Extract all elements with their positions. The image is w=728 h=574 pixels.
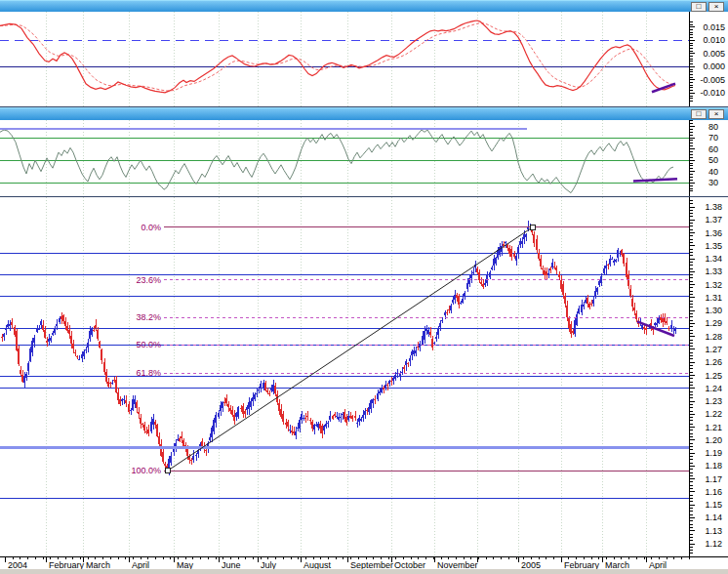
macd-trend-segment[interactable] [652, 84, 675, 93]
axis-label: 1.38 [705, 202, 722, 212]
axis-label: 1.27 [705, 345, 722, 354]
time-axis: 2004FebruaryMarchAprilMayJuneJulyAugustS… [0, 556, 728, 574]
axis-label: 1.36 [705, 228, 722, 238]
axis-label: 1.34 [705, 254, 722, 264]
axis-label: 1.33 [705, 266, 722, 276]
month-gridlines [46, 12, 646, 106]
axis-label: 1.30 [705, 306, 722, 315]
axis-label: 1.28 [705, 332, 722, 342]
axis-label: August [303, 560, 332, 570]
axis-label: 70 [708, 133, 718, 143]
axis-label: March [86, 560, 110, 570]
axis-label: 2004 [8, 560, 27, 570]
time-axis-labels: 2004FebruaryMarchAprilMayJuneJulyAugustS… [8, 560, 667, 570]
macd-value-axis: 0.0150.0100.0050.000-0.005-0.010 [690, 12, 726, 106]
axis-label: 1.13 [705, 526, 722, 536]
axis-label: -0.005 [700, 75, 725, 85]
axis-label: 1.19 [705, 448, 722, 458]
rsi-panel-titlebar[interactable]: □ × [0, 107, 728, 120]
axis-label: April [132, 560, 149, 570]
trendline-anchor[interactable] [531, 225, 536, 229]
axis-label: 1.32 [705, 280, 722, 290]
axis-label: 40 [708, 167, 718, 177]
close-icon[interactable]: × [708, 109, 724, 119]
axis-label: 2005 [521, 560, 541, 570]
axis-label: 0.000 [703, 62, 725, 71]
fib-label: 61.8% [136, 368, 161, 378]
axis-label: July [261, 560, 277, 570]
axis-label: April [649, 560, 667, 570]
rsi-value-axis: 807060504030 [690, 120, 719, 196]
trendline[interactable] [166, 225, 536, 472]
axis-label: 1.15 [705, 500, 722, 510]
axis-label: 1.31 [705, 293, 722, 303]
axis-label: 1.23 [705, 396, 722, 406]
axis-label: 0.010 [703, 35, 725, 45]
axis-label: 1.26 [705, 357, 722, 367]
axis-label: 30 [708, 178, 718, 187]
axis-label: -0.010 [700, 88, 725, 98]
month-gridlines [46, 120, 646, 196]
status-strip [0, 569, 728, 574]
axis-label: 1.20 [705, 435, 722, 445]
axis-label: 1.25 [705, 371, 722, 381]
price-axis: 1.381.371.361.351.341.331.321.311.301.29… [690, 197, 723, 556]
axis-label: October [394, 560, 425, 570]
fib-label: 23.6% [136, 275, 161, 285]
rsi-trend-segment[interactable] [633, 179, 677, 181]
axis-label: 80 [708, 122, 718, 132]
macd-level-lines[interactable] [0, 40, 689, 66]
axis-label: November [437, 560, 478, 570]
fib-label: 0.0% [141, 223, 161, 232]
axis-label: 1.35 [705, 241, 722, 251]
horizontal-levels[interactable] [0, 253, 689, 498]
chart-window: □ × 0.0150.0100.0050.000-0.005-0.010 □ ×… [0, 0, 728, 574]
candlestick-series [1, 221, 676, 475]
axis-label: 0.015 [703, 22, 725, 32]
axis-label: 50 [708, 155, 718, 165]
axis-label: May [177, 560, 194, 570]
axis-label: September [350, 560, 393, 570]
axis-label: 1.21 [705, 423, 722, 432]
trendline-anchor[interactable] [166, 469, 171, 473]
axis-label: 1.24 [705, 384, 722, 393]
axis-label: 60 [708, 144, 718, 154]
close-icon[interactable]: × [708, 2, 724, 12]
rsi-line [0, 130, 673, 193]
axis-label: 1.37 [705, 215, 722, 225]
axis-label: 1.18 [705, 461, 722, 471]
axis-label: 1.17 [705, 474, 722, 484]
axis-label: 1.12 [705, 539, 722, 549]
fib-label: 100.0% [131, 466, 161, 475]
macd-signal-line [0, 23, 675, 91]
axis-label: February [564, 560, 600, 570]
macd-panel-plot[interactable]: 0.0150.0100.0050.000-0.005-0.010 [0, 12, 728, 107]
axis-label: 1.14 [705, 512, 722, 522]
axis-label: 1.16 [705, 487, 722, 497]
fib-label: 38.2% [136, 312, 161, 322]
axis-label: 0.005 [703, 49, 725, 59]
maximize-icon[interactable]: □ [691, 109, 707, 119]
maximize-icon[interactable]: □ [691, 2, 707, 12]
axis-label: February [49, 560, 85, 570]
main-chart-plot[interactable]: 0.0%23.6%38.2%50.0%61.8%100.0%1.381.371.… [0, 197, 728, 556]
fib-retracement[interactable]: 0.0%23.6%38.2%50.0%61.8%100.0% [131, 223, 689, 475]
axis-label: March [605, 560, 629, 570]
axis-label: June [222, 560, 241, 570]
axis-label: 1.29 [705, 318, 722, 328]
macd-line [0, 20, 675, 93]
axis-label: 1.22 [705, 409, 722, 419]
fib-label: 50.0% [136, 340, 161, 349]
rsi-panel-plot[interactable]: 807060504030 [0, 120, 728, 197]
macd-panel-titlebar[interactable]: □ × [0, 0, 728, 12]
